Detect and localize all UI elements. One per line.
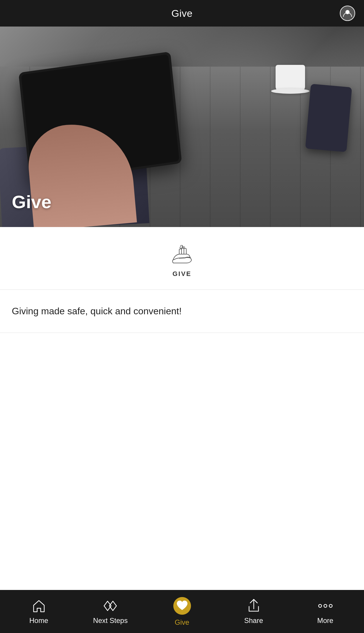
give-icon (170, 245, 194, 265)
svg-point-2 (319, 604, 322, 607)
content-spacer (0, 333, 364, 590)
give-heart-icon (173, 596, 192, 615)
main-content: GIVE Giving made safe, quick and conveni… (0, 227, 364, 590)
hero-section: Give (0, 27, 364, 227)
coffee-cup (276, 65, 305, 91)
nav-label-more: More (317, 616, 333, 625)
nav-label-home: Home (29, 616, 48, 625)
give-label: GIVE (172, 270, 192, 278)
nav-item-more[interactable]: More (289, 595, 361, 628)
nav-item-home[interactable]: Home (3, 595, 75, 628)
bottom-nav: Home Next Steps Give Sh (0, 590, 364, 633)
coffee-saucer (271, 88, 309, 94)
description-text: Giving made safe, quick and convenient! (12, 305, 352, 318)
nav-label-give: Give (175, 618, 189, 627)
next-steps-icon (103, 598, 118, 614)
home-icon (31, 598, 47, 614)
nav-item-next-steps[interactable]: Next Steps (75, 595, 146, 628)
header-title: Give (172, 8, 193, 19)
svg-point-4 (329, 604, 332, 607)
share-icon (246, 598, 261, 614)
user-icon (343, 9, 352, 18)
svg-point-0 (345, 10, 350, 14)
avatar[interactable] (340, 6, 355, 21)
svg-point-3 (324, 604, 327, 607)
giving-hand-icon (170, 245, 194, 265)
nav-label-next-steps: Next Steps (93, 616, 128, 625)
hero-title: Give (12, 191, 51, 212)
hero-background (0, 27, 364, 227)
nav-item-give[interactable]: Give (146, 593, 218, 629)
give-icon-section: GIVE (0, 227, 364, 290)
phone-device (305, 84, 352, 152)
top-header: Give (0, 0, 364, 27)
description-section: Giving made safe, quick and convenient! (0, 290, 364, 333)
nav-item-share[interactable]: Share (218, 595, 289, 628)
more-icon (318, 598, 333, 614)
nav-label-share: Share (244, 616, 263, 625)
